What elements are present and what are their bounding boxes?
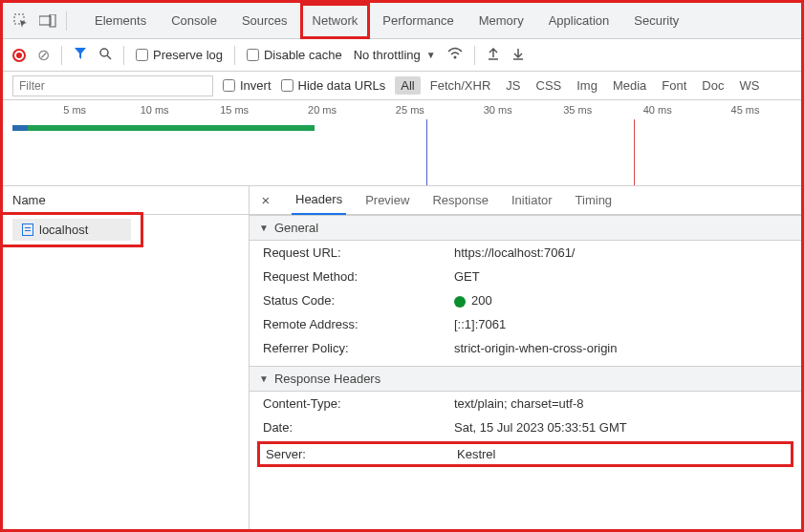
tick: 15 ms [220, 104, 249, 116]
panel-tabs: Elements Console Sources Network Perform… [82, 3, 691, 39]
row-request-url: Request URL: https://localhost:7061/ [250, 241, 801, 265]
label: Server: [266, 447, 457, 461]
tab-performance[interactable]: Performance [370, 3, 466, 39]
download-icon[interactable] [511, 47, 525, 63]
tab-memory[interactable]: Memory [467, 3, 536, 39]
domcontentloaded-line [426, 119, 427, 185]
filter-input[interactable] [12, 75, 213, 96]
tab-preview[interactable]: Preview [361, 186, 413, 215]
disable-cache-label: Disable cache [264, 48, 342, 62]
inspect-icon[interactable] [12, 12, 30, 30]
filter-bar: Invert Hide data URLs All Fetch/XHR JS C… [3, 72, 801, 100]
invert-checkbox[interactable]: Invert [223, 78, 272, 93]
tab-sources[interactable]: Sources [229, 3, 300, 39]
filter-fetch-xhr[interactable]: Fetch/XHR [424, 76, 497, 95]
wifi-icon[interactable] [447, 47, 463, 63]
separator [123, 46, 124, 65]
request-details: × Headers Preview Response Initiator Tim… [250, 186, 801, 529]
disclosure-triangle-icon: ▼ [259, 373, 269, 384]
row-request-method: Request Method: GET [250, 265, 801, 288]
throttling-select[interactable]: No throttling ▼ [354, 48, 436, 62]
load-line [634, 119, 635, 185]
section-title: General [274, 221, 318, 235]
device-toolbar-icon[interactable] [39, 12, 56, 30]
label: Content-Type: [263, 396, 454, 411]
tab-console[interactable]: Console [159, 3, 229, 39]
main-toolbar: Elements Console Sources Network Perform… [3, 3, 801, 39]
tab-response[interactable]: Response [428, 186, 492, 215]
disable-cache-checkbox[interactable]: Disable cache [247, 48, 342, 62]
tick: 35 ms [563, 104, 592, 116]
status-dot-icon [454, 296, 466, 308]
filter-ws[interactable]: WS [733, 76, 765, 95]
throttling-value: No throttling [354, 48, 421, 62]
value: [::1]:7061 [454, 317, 506, 331]
filter-font[interactable]: Font [656, 76, 692, 95]
value: GET [454, 269, 480, 284]
filter-icon[interactable] [74, 47, 87, 63]
timeline-overview[interactable]: 5 ms 10 ms 15 ms 20 ms 25 ms 30 ms 35 ms… [3, 100, 801, 186]
chevron-down-icon: ▼ [426, 50, 436, 60]
filter-css[interactable]: CSS [531, 76, 568, 95]
close-icon[interactable]: × [255, 192, 276, 208]
clear-button[interactable]: ⊘ [37, 46, 50, 64]
devtools-window: Elements Console Sources Network Perform… [0, 0, 804, 532]
separator [234, 46, 235, 65]
request-row-highlight: localhost [0, 212, 143, 247]
preserve-log-checkbox[interactable]: Preserve log [136, 48, 223, 62]
invert-input[interactable] [223, 79, 235, 92]
svg-line-4 [107, 55, 111, 59]
search-icon[interactable] [98, 47, 112, 63]
label: Request Method: [263, 269, 454, 284]
preserve-log-input[interactable] [136, 49, 148, 61]
tab-application[interactable]: Application [536, 3, 622, 39]
row-server: Server: Kestrel [260, 444, 791, 464]
network-split: Name localhost × Headers Preview Respons… [3, 186, 801, 529]
label: Referrer Policy: [263, 341, 454, 355]
filter-img[interactable]: Img [571, 76, 603, 95]
tick: 45 ms [731, 104, 760, 116]
resource-type-filters: All Fetch/XHR JS CSS Img Media Font Doc … [395, 76, 765, 95]
tab-initiator[interactable]: Initiator [508, 186, 556, 215]
tick: 5 ms [63, 104, 86, 116]
filter-js[interactable]: JS [500, 76, 526, 95]
tab-network[interactable]: Network [300, 3, 371, 39]
tab-security[interactable]: Security [621, 3, 691, 39]
tab-timing[interactable]: Timing [572, 186, 617, 215]
record-button[interactable] [12, 49, 26, 62]
row-content-type: Content-Type: text/plain; charset=utf-8 [250, 392, 801, 415]
section-general[interactable]: ▼ General [250, 215, 801, 241]
row-status-code: Status Code: 200 [250, 288, 801, 312]
tick: 30 ms [484, 104, 512, 116]
preserve-log-label: Preserve log [153, 48, 223, 62]
label: Remote Address: [263, 317, 454, 331]
separator [66, 11, 67, 31]
svg-rect-1 [39, 16, 51, 25]
value: https://localhost:7061/ [454, 245, 575, 260]
filter-all[interactable]: All [395, 76, 420, 95]
filter-doc[interactable]: Doc [696, 76, 729, 95]
upload-icon[interactable] [487, 47, 500, 63]
column-header-name[interactable]: Name [3, 186, 249, 215]
svg-point-5 [453, 56, 456, 59]
label: Request URL: [263, 245, 454, 260]
section-title: Response Headers [274, 372, 380, 386]
tick: 10 ms [141, 104, 169, 116]
svg-point-3 [100, 49, 108, 56]
value: strict-origin-when-cross-origin [454, 341, 618, 355]
hide-data-urls-input[interactable] [281, 79, 293, 92]
document-icon [22, 223, 33, 236]
filter-media[interactable]: Media [607, 76, 652, 95]
tab-headers[interactable]: Headers [292, 186, 346, 215]
section-response-headers[interactable]: ▼ Response Headers [250, 366, 801, 392]
disable-cache-input[interactable] [247, 49, 259, 61]
request-row[interactable]: localhost [12, 219, 131, 241]
row-date: Date: Sat, 15 Jul 2023 05:33:51 GMT [250, 415, 801, 439]
tab-elements[interactable]: Elements [82, 3, 159, 39]
hide-data-urls-checkbox[interactable]: Hide data URLs [281, 78, 386, 93]
invert-label: Invert [240, 78, 272, 93]
tick: 20 ms [308, 104, 337, 116]
detail-tabs: × Headers Preview Response Initiator Tim… [250, 186, 801, 215]
separator [61, 46, 62, 65]
separator [474, 46, 475, 65]
